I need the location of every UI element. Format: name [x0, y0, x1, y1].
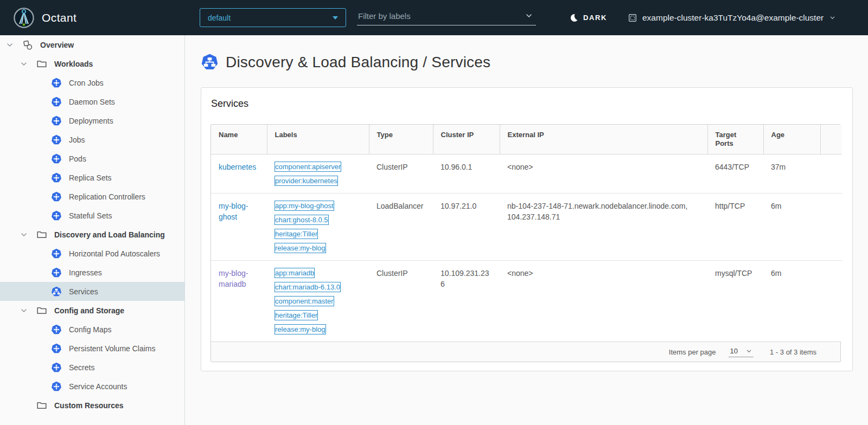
- sidebar-item-replication-controllers[interactable]: Replication Controllers: [0, 187, 184, 206]
- sidebar-item-persistent-volume-claims[interactable]: Persistent Volume Claims: [0, 339, 184, 358]
- label-badge: component:master: [275, 296, 334, 306]
- services-page-icon: [201, 53, 219, 71]
- namespace-select[interactable]: default: [200, 8, 346, 27]
- type-cell: LoadBalancer: [369, 194, 433, 261]
- sidebar-item-label: Ingresses: [69, 268, 102, 277]
- table-row: my-blog-ghostapp:my-blog-ghostchart:ghos…: [211, 194, 842, 261]
- sidebar-item-cron-jobs[interactable]: Cron Jobs: [0, 73, 184, 92]
- sidebar-item-services[interactable]: Services: [0, 282, 184, 301]
- sidebar-item-overview[interactable]: Overview: [0, 35, 184, 54]
- service-accounts-icon: [51, 381, 62, 392]
- sidebar-item-label: Config Maps: [69, 325, 112, 334]
- moon-icon: [569, 13, 578, 22]
- sidebar-item-label: Custom Resources: [54, 401, 124, 410]
- target-ports-cell: http/TCP: [707, 194, 763, 261]
- sidebar-item-secrets[interactable]: Secrets: [0, 358, 184, 377]
- service-link[interactable]: kubernetes: [219, 163, 256, 171]
- column-header-spacer: [820, 125, 842, 154]
- sidebar-item-replica-sets[interactable]: Replica Sets: [0, 168, 184, 187]
- labels-cell: app:my-blog-ghostchart:ghost-8.0.5herita…: [267, 194, 369, 261]
- sidebar-item-label: Discovery and Load Balancing: [54, 230, 165, 239]
- app-title: Octant: [42, 11, 76, 24]
- sidebar-item-daemon-sets[interactable]: Daemon Sets: [0, 92, 184, 111]
- sidebar-item-discovery-and-load-balancing[interactable]: Discovery and Load Balancing: [0, 225, 184, 244]
- folder-icon: [36, 400, 47, 411]
- sidebar-item-ingresses[interactable]: Ingresses: [0, 263, 184, 282]
- sidebar-item-label: Services: [69, 287, 98, 296]
- column-header-name: Name: [211, 125, 267, 154]
- name-cell: my-blog-ghost: [211, 194, 267, 261]
- table-row: my-blog-mariadbapp:mariadbchart:mariadb-…: [211, 261, 842, 342]
- sidebar-item-stateful-sets[interactable]: Stateful Sets: [0, 206, 184, 225]
- chevron-down-icon[interactable]: [21, 61, 27, 67]
- sidebar-item-horizontal-pod-autoscalers[interactable]: Horizontal Pod Autoscalers: [0, 244, 184, 263]
- daemon-sets-icon: [51, 96, 62, 107]
- config-maps-icon: [51, 324, 62, 335]
- label-filter: [357, 9, 536, 25]
- page-size-select[interactable]: 10: [729, 347, 754, 357]
- objects-icon: [22, 40, 33, 50]
- sidebar-item-label: Deployments: [69, 117, 113, 125]
- label-badge: component:apiserver: [275, 162, 341, 172]
- sidebar-item-workloads[interactable]: Workloads: [0, 54, 184, 73]
- name-cell: kubernetes: [211, 154, 267, 194]
- label-badge: app:my-blog-ghost: [275, 201, 334, 211]
- sidebar-item-label: Jobs: [69, 136, 85, 144]
- sidebar-item-jobs[interactable]: Jobs: [0, 130, 184, 149]
- label-filter-input[interactable]: [357, 11, 525, 23]
- sidebar-item-service-accounts[interactable]: Service Accounts: [0, 377, 184, 396]
- spacer-cell: [820, 154, 842, 194]
- chevron-down-icon[interactable]: [21, 231, 27, 238]
- sidebar-item-label: Replication Controllers: [69, 192, 145, 201]
- table-row: kubernetescomponent:apiserverprovider:ku…: [211, 154, 842, 194]
- card-title: Services: [211, 98, 841, 110]
- sidebar-item-pods[interactable]: Pods: [0, 149, 184, 168]
- sidebar-item-custom-resources[interactable]: Custom Resources: [0, 396, 184, 415]
- table-header-row: NameLabelsTypeCluster IPExternal IPTarge…: [211, 125, 842, 154]
- cluster-icon: [628, 13, 637, 23]
- type-cell: ClusterIP: [369, 154, 433, 194]
- sidebar-item-label: Replica Sets: [69, 173, 112, 182]
- sidebar-nav: OverviewWorkloadsCron JobsDaemon SetsDep…: [0, 35, 185, 425]
- replica-sets-icon: [51, 172, 62, 183]
- labels-cell: component:apiserverprovider:kubernetes: [267, 154, 369, 194]
- sidebar-item-deployments[interactable]: Deployments: [0, 111, 184, 130]
- folder-icon: [36, 229, 47, 240]
- sidebar-item-config-maps[interactable]: Config Maps: [0, 320, 184, 339]
- sidebar-item-config-and-storage[interactable]: Config and Storage: [0, 301, 184, 320]
- sidebar-item-label: Daemon Sets: [69, 98, 115, 106]
- label-badge: app:mariadb: [275, 268, 315, 278]
- pagination-footer: Items per page 10 1 - 3 of 3 items: [211, 342, 840, 362]
- top-header: Octant default DARK example-cluster-ka3T…: [0, 0, 868, 35]
- namespace-select-value: default: [208, 14, 231, 22]
- column-header-target-ports: Target Ports: [707, 125, 763, 154]
- labels-cell: app:mariadbchart:mariadb-6.13.0component…: [267, 261, 369, 342]
- label-badge: provider:kubernetes: [275, 176, 338, 186]
- label-badge: chart:ghost-8.0.5: [275, 215, 329, 225]
- chevron-down-icon[interactable]: [7, 42, 13, 48]
- ingresses-icon: [51, 267, 62, 278]
- sidebar-item-label: Horizontal Pod Autoscalers: [69, 249, 160, 258]
- filter-caret-icon[interactable]: [525, 12, 533, 20]
- page-title-row: Discovery & Load Balancing / Services: [201, 53, 868, 71]
- theme-toggle[interactable]: DARK: [569, 0, 607, 35]
- external-ip-cell: <none>: [500, 261, 707, 342]
- context-caret-icon: [829, 15, 835, 21]
- sidebar-item-label: Config and Storage: [54, 306, 124, 315]
- persistent-volume-claims-icon: [51, 343, 62, 354]
- chevron-down-icon[interactable]: [21, 307, 27, 314]
- column-header-external-ip: External IP: [500, 125, 707, 154]
- service-link[interactable]: my-blog-ghost: [219, 202, 248, 221]
- label-badge: release:my-blog: [275, 324, 326, 334]
- jobs-icon: [51, 134, 62, 145]
- spacer-cell: [820, 194, 842, 261]
- sidebar-item-label: Stateful Sets: [69, 211, 112, 220]
- target-ports-cell: mysql/TCP: [707, 261, 763, 342]
- cluster-context-selector[interactable]: example-cluster-ka3TuTzYo4a@example-clus…: [628, 0, 835, 35]
- type-cell: ClusterIP: [369, 261, 433, 342]
- services-card: Services NameLabelsTypeCluster IPExterna…: [201, 87, 853, 371]
- service-link[interactable]: my-blog-mariadb: [219, 269, 248, 288]
- services-table: NameLabelsTypeCluster IPExternal IPTarge…: [211, 125, 842, 342]
- name-cell: my-blog-mariadb: [211, 261, 267, 342]
- cluster-ip-cell: 10.96.0.1: [433, 154, 500, 194]
